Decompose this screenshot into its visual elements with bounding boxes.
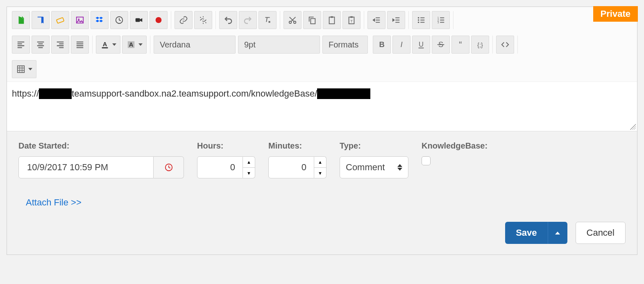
bold-button[interactable]: B [373, 36, 391, 54]
text-color-button[interactable]: A [96, 36, 120, 54]
svg-text:3: 3 [438, 21, 439, 24]
hours-decrement[interactable]: ▼ [243, 167, 255, 178]
strikethrough-button[interactable]: S [432, 36, 450, 54]
svg-text:I: I [401, 40, 403, 49]
svg-text:T: T [350, 19, 353, 23]
date-picker-button[interactable] [154, 156, 184, 178]
clear-format-button[interactable] [259, 11, 277, 29]
svg-rect-9 [329, 17, 335, 24]
private-badge: Private [593, 6, 638, 22]
svg-rect-4 [136, 18, 140, 22]
svg-text:A: A [102, 41, 107, 47]
redo-button[interactable] [239, 11, 257, 29]
editor-panel: Private T [7, 7, 637, 255]
svg-rect-12 [350, 16, 353, 18]
font-size-select[interactable]: 9pt [238, 36, 320, 54]
content-url-line: https://teamsupport-sandbox.na2.teamsupp… [12, 88, 632, 99]
svg-text:B: B [379, 40, 385, 49]
formats-select[interactable]: Formats [322, 36, 368, 54]
svg-rect-32 [17, 66, 24, 73]
minutes-increment[interactable]: ▲ [314, 156, 327, 167]
cut-button[interactable] [283, 11, 302, 29]
table-button[interactable] [12, 60, 36, 78]
hours-label: Hours: [197, 141, 255, 151]
svg-text:U: U [419, 41, 424, 48]
attach-file-link[interactable]: Attach File >> [18, 197, 626, 208]
unlink-button[interactable] [194, 11, 212, 29]
svg-rect-21 [102, 47, 108, 48]
svg-rect-27 [419, 47, 424, 48]
record-button[interactable] [150, 11, 168, 29]
save-button[interactable]: Save [505, 222, 547, 244]
redacted-segment-2 [317, 88, 370, 99]
book-button[interactable] [32, 11, 50, 29]
svg-rect-0 [57, 18, 64, 23]
meta-form: Date Started: 10/9/2017 10:59 PM Hours: … [7, 131, 637, 255]
knowledgebase-field: KnowledgeBase: [422, 141, 488, 165]
code-block-button[interactable]: {;} [471, 36, 489, 54]
svg-text:{;}: {;} [477, 42, 483, 48]
date-started-label: Date Started: [18, 141, 184, 151]
number-list-button[interactable]: 123 [432, 11, 450, 29]
url-mid: teamsupport-sandbox.na2.teamsupport.com/… [72, 88, 317, 99]
resize-handle[interactable] [630, 124, 636, 130]
paste-button[interactable] [323, 11, 341, 29]
type-label: Type: [340, 141, 408, 151]
align-center-button[interactable] [32, 36, 50, 54]
knowledgebase-checkbox[interactable] [422, 156, 431, 165]
outdent-button[interactable] [367, 11, 385, 29]
paste-text-button[interactable]: T [342, 11, 361, 29]
hours-input[interactable] [197, 156, 243, 178]
caret-up-icon [555, 232, 560, 234]
minutes-field: Minutes: ▲ ▼ [268, 141, 327, 178]
hours-increment[interactable]: ▲ [243, 156, 255, 167]
svg-point-14 [418, 17, 420, 19]
select-arrows-icon [397, 164, 402, 171]
underline-button[interactable]: U [412, 36, 430, 54]
svg-rect-10 [331, 16, 333, 18]
svg-point-16 [418, 22, 420, 23]
url-prefix: https:// [12, 88, 39, 99]
editor-toolbar: T 123 A A Verdana 9pt Formats B I U [7, 7, 637, 82]
svg-point-2 [78, 18, 79, 20]
source-code-button[interactable] [496, 36, 514, 54]
hours-field: Hours: ▲ ▼ [197, 141, 255, 178]
ticket-button[interactable] [51, 11, 69, 29]
image-button[interactable] [71, 11, 89, 29]
dropbox-button[interactable] [91, 11, 109, 29]
quote-button[interactable]: “ [451, 36, 469, 54]
redacted-segment-1 [39, 88, 72, 99]
date-started-input[interactable]: 10/9/2017 10:59 PM [18, 156, 154, 178]
link-button[interactable] [175, 11, 193, 29]
bg-color-button[interactable]: A [122, 36, 147, 54]
video-button[interactable] [130, 11, 148, 29]
clock-button[interactable] [110, 11, 128, 29]
svg-point-15 [418, 19, 420, 21]
svg-text:“: “ [459, 40, 462, 49]
type-select[interactable]: Comment [340, 156, 408, 178]
save-dropdown-button[interactable] [548, 222, 567, 244]
svg-point-5 [156, 17, 162, 23]
bullet-list-button[interactable] [412, 11, 430, 29]
editor-content[interactable]: https://teamsupport-sandbox.na2.teamsupp… [7, 82, 637, 131]
svg-text:A: A [129, 41, 133, 48]
type-field: Type: Comment [340, 141, 408, 178]
knowledgebase-label: KnowledgeBase: [422, 141, 488, 151]
undo-button[interactable] [219, 11, 237, 29]
copy-button[interactable] [303, 11, 321, 29]
cancel-button[interactable]: Cancel [576, 222, 626, 244]
date-started-field: Date Started: 10/9/2017 10:59 PM [18, 141, 184, 178]
minutes-label: Minutes: [268, 141, 327, 151]
clock-icon [164, 163, 173, 172]
align-right-button[interactable] [51, 36, 69, 54]
indent-button[interactable] [387, 11, 405, 29]
minutes-decrement[interactable]: ▼ [314, 167, 327, 178]
svg-rect-29 [438, 44, 444, 45]
new-file-button[interactable] [12, 11, 30, 29]
align-justify-button[interactable] [71, 36, 89, 54]
font-family-select[interactable]: Verdana [154, 36, 236, 54]
italic-button[interactable]: I [392, 36, 410, 54]
minutes-input[interactable] [268, 156, 314, 178]
align-left-button[interactable] [12, 36, 30, 54]
svg-rect-8 [311, 18, 315, 24]
